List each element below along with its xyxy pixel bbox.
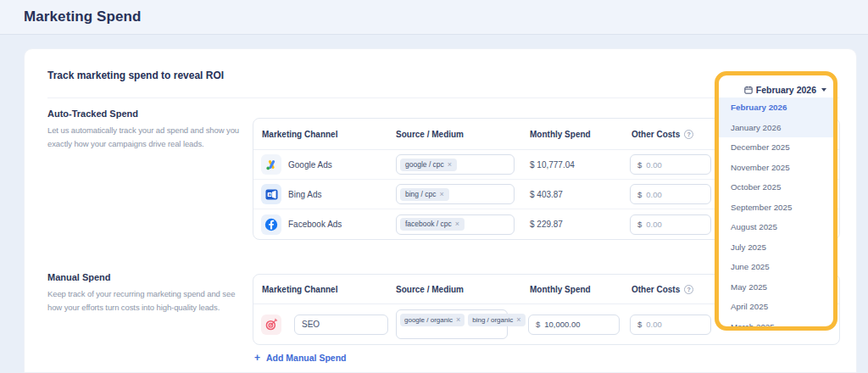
card-title: Track marketing spend to reveal ROI	[47, 70, 224, 81]
month-picker-button[interactable]: February 2026	[744, 82, 826, 97]
source-medium-input[interactable]: bing / cpc ×	[396, 184, 515, 204]
month-option[interactable]: March 2025	[719, 317, 833, 331]
header-source-medium: Source / Medium	[387, 285, 521, 294]
currency-prefix: $	[536, 320, 540, 329]
remove-tag-icon[interactable]: ×	[456, 316, 460, 324]
header-marketing-channel: Marketing Channel	[253, 130, 387, 139]
channel-name: Facebook Ads	[288, 220, 342, 229]
other-costs-input-wrap: $	[630, 214, 711, 235]
channel-cell: A Bing Ads	[253, 184, 387, 204]
source-cell: google / organic × bing / organic ×	[387, 309, 521, 339]
header-monthly-spend: Monthly Spend	[521, 130, 623, 139]
monthly-spend-cell: $ 403.87	[521, 190, 623, 199]
currency-prefix: $	[637, 190, 642, 199]
source-cell: bing / cpc ×	[387, 184, 521, 204]
page-header: Marketing Spend	[0, 0, 868, 35]
month-option[interactable]: February 2026	[719, 97, 833, 118]
month-option[interactable]: October 2025	[719, 177, 833, 198]
month-dropdown-list: February 2026 January 2026 December 2025…	[719, 97, 833, 331]
month-option[interactable]: April 2025	[719, 297, 833, 317]
header-source-medium: Source / Medium	[387, 130, 521, 139]
source-cell: facebook / cpc ×	[387, 214, 521, 235]
monthly-spend-cell: $ 229.87	[521, 220, 623, 229]
other-costs-input[interactable]	[646, 190, 697, 199]
month-option[interactable]: June 2025	[719, 257, 833, 277]
monthly-spend-cell: $ 10,777.04	[521, 160, 623, 170]
monthly-spend-input-wrap: $	[528, 315, 620, 335]
seo-target-icon	[261, 315, 281, 335]
source-medium-input[interactable]: google / organic × bing / organic ×	[396, 309, 508, 339]
facebook-ads-icon	[261, 214, 281, 235]
add-manual-spend-label: Add Manual Spend	[266, 353, 347, 363]
manual-spend-description: Keep track of your recurring marketing s…	[47, 287, 248, 315]
month-option[interactable]: December 2025	[719, 137, 833, 158]
monthly-spend-cell: $	[521, 315, 623, 335]
channel-cell: Google Ads	[253, 154, 387, 175]
other-costs-input-wrap: $	[630, 184, 711, 204]
add-manual-spend-button[interactable]: + Add Manual Spend	[254, 352, 347, 364]
other-costs-input-wrap: $	[630, 315, 711, 335]
remove-tag-icon[interactable]: ×	[439, 191, 443, 198]
monthly-spend-input[interactable]	[544, 320, 595, 329]
auto-tracked-heading: Auto-Tracked Spend	[47, 109, 138, 119]
source-tag-chip: bing / cpc ×	[400, 188, 449, 201]
chevron-down-icon	[821, 88, 826, 92]
source-tag-chip: google / organic ×	[400, 314, 465, 326]
month-option[interactable]: May 2025	[719, 277, 833, 298]
remove-tag-icon[interactable]: ×	[448, 161, 452, 169]
channel-name: Bing Ads	[288, 190, 321, 199]
source-medium-input[interactable]: google / cpc ×	[396, 154, 515, 175]
month-option[interactable]: August 2025	[719, 217, 833, 237]
header-marketing-channel: Marketing Channel	[253, 285, 387, 294]
source-tag-chip: bing / organic ×	[468, 314, 525, 326]
selected-month-label: February 2026	[756, 85, 816, 95]
channel-cell: Facebook Ads	[253, 214, 387, 235]
page-title: Marketing Spend	[24, 8, 141, 25]
auto-tracked-description: Let us automatically track your ad spend…	[47, 124, 248, 151]
currency-prefix: $	[637, 320, 642, 329]
currency-prefix: $	[637, 220, 642, 229]
other-costs-input[interactable]	[646, 320, 697, 329]
other-costs-input[interactable]	[646, 160, 697, 170]
google-ads-icon	[261, 154, 281, 175]
month-option[interactable]: September 2025	[719, 198, 833, 218]
remove-tag-icon[interactable]: ×	[455, 220, 459, 228]
calendar-icon	[744, 82, 753, 97]
month-option[interactable]: July 2025	[719, 237, 833, 258]
source-tag-chip: google / cpc ×	[400, 159, 457, 171]
channel-cell	[253, 315, 387, 335]
remove-tag-icon[interactable]: ×	[516, 316, 520, 324]
source-tag-chip: facebook / cpc ×	[400, 218, 465, 231]
other-costs-input-wrap: $	[630, 154, 711, 175]
help-icon[interactable]: ?	[684, 285, 693, 294]
svg-text:A: A	[268, 192, 270, 197]
plus-icon: +	[254, 352, 260, 364]
bing-ads-icon: A	[261, 184, 281, 204]
month-picker-highlight-box: February 2026 February 2026 January 2026…	[715, 71, 837, 331]
header-monthly-spend: Monthly Spend	[521, 285, 623, 294]
help-icon[interactable]: ?	[684, 130, 693, 139]
month-option[interactable]: November 2025	[719, 158, 833, 178]
channel-name: Google Ads	[288, 160, 332, 170]
channel-name-input[interactable]	[294, 315, 388, 335]
monthly-spend-value: $ 403.87	[530, 190, 563, 199]
manual-spend-heading: Manual Spend	[47, 272, 111, 282]
other-costs-input[interactable]	[646, 220, 697, 229]
monthly-spend-value: $ 10,777.04	[530, 160, 575, 170]
monthly-spend-value: $ 229.87	[530, 220, 563, 229]
source-medium-input[interactable]: facebook / cpc ×	[396, 214, 515, 235]
source-cell: google / cpc ×	[387, 154, 521, 175]
currency-prefix: $	[637, 160, 642, 170]
month-option[interactable]: January 2026	[719, 118, 833, 138]
